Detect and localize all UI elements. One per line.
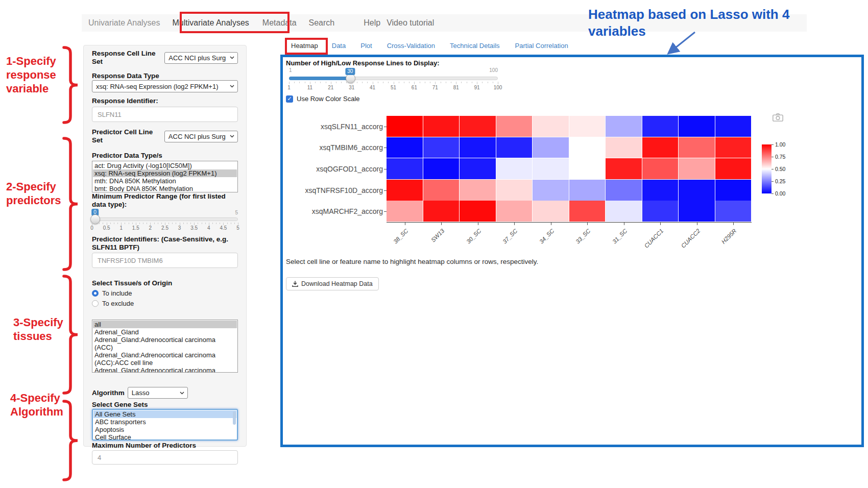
- heatmap-cell[interactable]: [387, 180, 423, 201]
- predictor-data-type-option-act-drug-activity-log10-ic50m[interactable]: act: Drug Activity (-log10[IC50M]): [93, 162, 237, 169]
- heatmap-column-label[interactable]: CUACC2: [661, 228, 701, 268]
- heatmap-row-label[interactable]: xsqTNFRSF10D_accorg: [296, 186, 383, 194]
- heatmap-cell[interactable]: [460, 116, 496, 137]
- predictor-data-type-option-xsq-rna-seq-expression-log2-fp[interactable]: xsq: RNA-seq Expression (log2 FPKM+1): [93, 169, 237, 177]
- heatmap-cell[interactable]: [606, 137, 642, 158]
- predictor-identifiers-input[interactable]: [92, 253, 238, 268]
- heatmap-cell[interactable]: [423, 201, 460, 222]
- response-identifier-input[interactable]: [92, 107, 238, 122]
- heatmap-cell[interactable]: [679, 201, 715, 222]
- heatmap-cell[interactable]: [496, 158, 533, 179]
- heatmap-cell[interactable]: [533, 201, 569, 222]
- heatmap-column-label[interactable]: CUACC1: [624, 228, 665, 268]
- heatmap-cell[interactable]: [533, 137, 569, 158]
- heatmap-cell[interactable]: [460, 137, 496, 158]
- heatmap-cell[interactable]: [715, 137, 752, 158]
- predictor-data-type-option-bmt-body-dna-850k-methylation[interactable]: bmt: Body DNA 850K Methylation: [93, 185, 237, 192]
- predictor-data-types-listbox[interactable]: act: Drug Activity (-log10[IC50M])xsq: R…: [92, 161, 238, 192]
- nav-item-video-tutorial[interactable]: Video tutorial: [387, 18, 434, 28]
- heatmap-cell[interactable]: [387, 201, 423, 222]
- heatmap-cell[interactable]: [423, 137, 460, 158]
- heatmap-row-label[interactable]: xsqOGFOD1_accorg: [296, 165, 383, 173]
- tab-partial-correlation[interactable]: Partial Correlation: [515, 42, 568, 50]
- heatmap-cell[interactable]: [715, 158, 752, 179]
- gene-set-option-cell-surface[interactable]: Cell Surface: [93, 433, 236, 441]
- heatmap-column-label[interactable]: 33_SC: [551, 228, 592, 268]
- heatmap-cell[interactable]: [679, 180, 715, 201]
- heatmap-cell[interactable]: [533, 180, 569, 201]
- gene-set-option-abc-transporters[interactable]: ABC transporters: [93, 418, 236, 426]
- heatmap-cell[interactable]: [423, 180, 460, 201]
- predictor-identifiers-label: Predictor Identifiers: (Case-Sensitive, …: [92, 235, 238, 252]
- scrollbar-thumb[interactable]: [233, 411, 236, 425]
- heatmap-cell[interactable]: [387, 137, 423, 158]
- heatmap-cell[interactable]: [496, 137, 533, 158]
- heatmap-cell[interactable]: [679, 137, 715, 158]
- heatmap-row-label[interactable]: xsqMARCHF2_accorg: [296, 207, 383, 215]
- response-cell-line-set-select[interactable]: ACC NCI plus Surgical: [164, 52, 238, 64]
- heatmap-cell[interactable]: [423, 116, 460, 137]
- tissue-option-adrenal-gland-adrenocortical-c[interactable]: Adrenal_Gland:Adrenocortical carcinoma (…: [93, 351, 237, 367]
- predictor-data-type-option-mth-dna-850k-methylation[interactable]: mth: DNA 850K Methylation: [93, 177, 237, 185]
- heatmap-cell[interactable]: [496, 201, 533, 222]
- gene-sets-listbox[interactable]: All Gene SetsABC transportersApoptosisCe…: [92, 409, 238, 441]
- row-color-scale-checkbox[interactable]: ✓ Use Row Color Scale: [286, 95, 360, 103]
- slider-track[interactable]: [92, 217, 238, 221]
- radio-to-exclude[interactable]: To exclude: [92, 299, 238, 308]
- heatmap-cell[interactable]: [569, 158, 606, 179]
- heatmap-row-label[interactable]: xsqTMBIM6_accorg: [296, 143, 383, 152]
- heatmap-cell[interactable]: [642, 201, 679, 222]
- heatmap-column-label[interactable]: 31_SC: [588, 228, 628, 268]
- radio-to-include[interactable]: To include: [92, 289, 238, 298]
- heatmap-cell[interactable]: [642, 137, 679, 158]
- heatmap-cell[interactable]: [423, 158, 460, 179]
- tissue-option-adrenal-gland-adrenocortical-c[interactable]: Adrenal_Gland:Adrenocortical carcinoma (…: [93, 367, 237, 373]
- heatmap-column-label[interactable]: H295R: [697, 228, 738, 268]
- heatmap-cell[interactable]: [606, 180, 642, 201]
- heatmap-cell[interactable]: [387, 158, 423, 179]
- gene-set-option-all-gene-sets[interactable]: All Gene Sets: [93, 410, 236, 418]
- nav-item-help[interactable]: Help: [364, 18, 380, 28]
- heatmap-cell[interactable]: [533, 158, 569, 179]
- heatmap-cell[interactable]: [460, 158, 496, 179]
- heatmap-cell[interactable]: [496, 116, 533, 137]
- heatmap-cell[interactable]: [496, 180, 533, 201]
- heatmap-cell[interactable]: [715, 180, 752, 201]
- heatmap-cell[interactable]: [533, 116, 569, 137]
- tissue-option-all[interactable]: all: [93, 321, 237, 328]
- heatmap-cell[interactable]: [606, 201, 642, 222]
- heatmap-cell[interactable]: [679, 116, 715, 137]
- heatmap-cell[interactable]: [715, 116, 752, 137]
- heatmap-cell[interactable]: [679, 158, 715, 179]
- heatmap-cell[interactable]: [606, 158, 642, 179]
- download-heatmap-data-button[interactable]: Download Heatmap Data: [286, 277, 379, 290]
- heatmap-row-label[interactable]: xsqSLFN11_accorg: [296, 123, 383, 131]
- nav-item-univariate-analyses[interactable]: Univariate Analyses: [88, 18, 160, 28]
- gene-set-option-apoptosis[interactable]: Apoptosis: [93, 426, 236, 433]
- heatmap-cell[interactable]: [606, 116, 642, 137]
- tab-technical-details[interactable]: Technical Details: [450, 42, 500, 50]
- heatmap-cell[interactable]: [642, 116, 679, 137]
- heatmap-cell[interactable]: [642, 180, 679, 201]
- heatmap-cell[interactable]: [569, 137, 606, 158]
- heatmap-cell[interactable]: [460, 180, 496, 201]
- tab-data[interactable]: Data: [332, 42, 346, 50]
- response-data-type-select[interactable]: xsq: RNA-seq Expression (log2 FPKM+1): [92, 80, 238, 92]
- tab-cross-validation[interactable]: Cross-Validation: [387, 42, 435, 50]
- tissues-listbox[interactable]: allAdrenal_GlandAdrenal_Gland:Adrenocort…: [92, 320, 238, 373]
- predictor-cell-line-set-select[interactable]: ACC NCI plus Surgical: [164, 131, 238, 142]
- algorithm-select[interactable]: Lasso: [128, 387, 188, 399]
- camera-icon[interactable]: [773, 113, 783, 121]
- tab-plot[interactable]: Plot: [360, 42, 372, 50]
- heatmap-cell[interactable]: [642, 158, 679, 179]
- tissue-option-adrenal-gland[interactable]: Adrenal_Gland: [93, 328, 237, 336]
- heatmap-cell[interactable]: [569, 180, 606, 201]
- heatmap-cell[interactable]: [715, 201, 752, 222]
- heatmap-cell[interactable]: [387, 116, 423, 137]
- max-predictors-input[interactable]: [92, 450, 238, 465]
- tissue-option-adrenal-gland-adrenocortical-c[interactable]: Adrenal_Gland:Adrenocortical carcinoma (…: [93, 336, 237, 351]
- heatmap-cell[interactable]: [569, 116, 606, 137]
- heatmap-cell[interactable]: [460, 201, 496, 222]
- heatmap-cell[interactable]: [569, 201, 606, 222]
- nav-item-search[interactable]: Search: [309, 18, 335, 28]
